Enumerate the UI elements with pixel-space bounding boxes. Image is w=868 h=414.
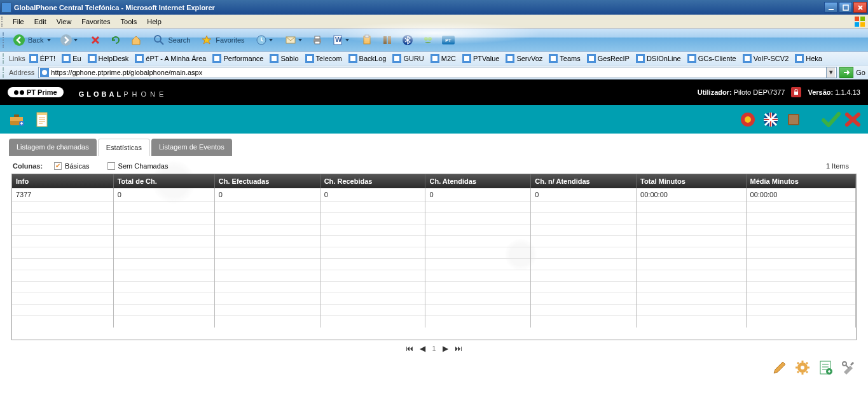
table-row[interactable] bbox=[12, 316, 856, 328]
flag-pt-icon[interactable] bbox=[740, 111, 756, 128]
maximize-button[interactable] bbox=[839, 2, 852, 13]
links-item[interactable]: ÉPT! bbox=[29, 54, 55, 63]
links-item[interactable]: Performance bbox=[212, 54, 263, 63]
table-cell bbox=[637, 305, 746, 316]
pager-first[interactable]: ⏮ bbox=[406, 344, 413, 353]
links-item[interactable]: VoIP-SCV2 bbox=[743, 54, 789, 63]
research-button[interactable] bbox=[378, 31, 397, 49]
brush-icon[interactable] bbox=[771, 359, 788, 376]
column-header[interactable]: Ch. n/ Atendidas bbox=[531, 174, 637, 188]
table-cell bbox=[12, 236, 113, 247]
cancel-icon[interactable] bbox=[844, 111, 860, 128]
refresh-button[interactable] bbox=[106, 31, 125, 49]
table-cell bbox=[637, 224, 746, 236]
pager-next[interactable]: ▶ bbox=[443, 344, 448, 353]
column-header[interactable]: Info bbox=[12, 174, 113, 188]
table-row[interactable] bbox=[12, 282, 856, 293]
briefcase-icon[interactable] bbox=[8, 111, 25, 128]
toolbar-grip[interactable] bbox=[3, 32, 6, 48]
search-button[interactable]: Search bbox=[149, 31, 196, 49]
pt-logo-button[interactable]: PT bbox=[439, 31, 458, 49]
book-icon[interactable] bbox=[785, 111, 802, 128]
table-cell: 0 bbox=[113, 188, 214, 202]
minimize-button[interactable] bbox=[824, 2, 837, 13]
table-row[interactable] bbox=[12, 224, 856, 236]
links-item[interactable]: ServVoz bbox=[506, 54, 542, 63]
mail-button[interactable] bbox=[281, 31, 307, 49]
column-header[interactable]: Total Minutos bbox=[637, 174, 746, 188]
table-cell bbox=[12, 305, 113, 316]
table-row[interactable] bbox=[12, 202, 856, 213]
table-row[interactable] bbox=[12, 247, 856, 259]
favicon-icon bbox=[135, 54, 144, 63]
links-item[interactable]: GCs-Cliente bbox=[687, 54, 736, 63]
tab-event-list[interactable]: Listagem de Eventos bbox=[151, 139, 232, 156]
links-item[interactable]: éPT - A Minha Área bbox=[135, 54, 206, 63]
stop-button[interactable] bbox=[86, 31, 105, 49]
table-cell bbox=[12, 316, 113, 328]
table-row[interactable] bbox=[12, 270, 856, 282]
links-item[interactable]: DSIOnLine bbox=[636, 54, 681, 63]
links-item[interactable]: Sabio bbox=[270, 54, 298, 63]
flag-uk-icon[interactable] bbox=[762, 111, 779, 128]
print-button[interactable] bbox=[308, 31, 327, 49]
table-row[interactable] bbox=[12, 305, 856, 316]
menubar-grip[interactable] bbox=[1, 17, 6, 27]
column-header[interactable]: Total de Ch. bbox=[113, 174, 214, 188]
back-button[interactable]: Back bbox=[10, 31, 55, 49]
messenger-button[interactable] bbox=[418, 31, 437, 49]
menu-favorites[interactable]: Favorites bbox=[76, 16, 115, 27]
forward-button[interactable] bbox=[57, 31, 82, 49]
menu-tools[interactable]: Tools bbox=[116, 16, 142, 27]
pager-prev[interactable]: ◀ bbox=[420, 344, 425, 353]
basic-checkbox[interactable]: Básicas bbox=[54, 162, 90, 170]
table-cell bbox=[320, 316, 425, 328]
links-item[interactable]: GURU bbox=[392, 54, 424, 63]
edit-button[interactable]: W bbox=[328, 31, 354, 49]
document-icon[interactable] bbox=[33, 111, 51, 128]
column-header[interactable]: Ch. Atendidas bbox=[425, 174, 531, 188]
nocalls-checkbox[interactable]: Sem Chamadas bbox=[107, 162, 169, 170]
linksbar-grip[interactable] bbox=[3, 53, 6, 64]
menu-file[interactable]: File bbox=[8, 16, 29, 27]
table-row[interactable] bbox=[12, 259, 856, 270]
bluetooth-button[interactable] bbox=[398, 31, 417, 49]
home-button[interactable] bbox=[127, 31, 146, 49]
table-row[interactable] bbox=[12, 293, 856, 305]
confirm-icon[interactable] bbox=[821, 111, 837, 128]
clipboard-button[interactable] bbox=[357, 31, 376, 49]
links-item[interactable]: M2C bbox=[431, 54, 456, 63]
history-button[interactable] bbox=[252, 31, 277, 49]
menu-edit[interactable]: Edit bbox=[29, 16, 52, 27]
links-item[interactable]: BackLog bbox=[348, 54, 387, 63]
table-row[interactable] bbox=[12, 236, 856, 247]
addrbar-grip[interactable] bbox=[3, 67, 6, 78]
table-cell bbox=[746, 213, 855, 224]
pager-last[interactable]: ⏭ bbox=[455, 344, 462, 353]
tab-statistics[interactable]: Estatísticas bbox=[98, 139, 150, 156]
links-item[interactable]: GesRecIP bbox=[587, 54, 630, 63]
column-header[interactable]: Ch. Recebidas bbox=[320, 174, 425, 188]
table-row[interactable] bbox=[12, 213, 856, 224]
links-item[interactable]: Heka bbox=[795, 54, 822, 63]
go-button[interactable] bbox=[839, 67, 853, 78]
gear-icon[interactable] bbox=[794, 359, 811, 376]
links-item[interactable]: Eu bbox=[62, 54, 81, 63]
links-item[interactable]: HelpDesk bbox=[88, 54, 129, 63]
menu-view[interactable]: View bbox=[52, 16, 77, 27]
links-item[interactable]: Teams bbox=[549, 54, 580, 63]
menu-help[interactable]: Help bbox=[142, 16, 167, 27]
table-cell bbox=[425, 305, 531, 316]
column-header[interactable]: Média Minutos bbox=[746, 174, 855, 188]
tab-call-list[interactable]: Listagem de chamadas bbox=[9, 139, 97, 156]
address-dropdown[interactable]: ▾ bbox=[826, 67, 835, 78]
address-input[interactable] bbox=[51, 69, 826, 76]
close-button[interactable] bbox=[853, 2, 867, 13]
table-row[interactable]: 73770000000:00:0000:00:00 bbox=[12, 188, 856, 202]
links-item[interactable]: PTValue bbox=[462, 54, 499, 63]
favorites-button[interactable]: Favorites bbox=[197, 31, 250, 49]
export-icon[interactable] bbox=[817, 359, 834, 376]
column-header[interactable]: Ch. Efectuadas bbox=[214, 174, 320, 188]
tools-icon[interactable] bbox=[840, 359, 857, 376]
links-item[interactable]: Telecom bbox=[305, 54, 342, 63]
